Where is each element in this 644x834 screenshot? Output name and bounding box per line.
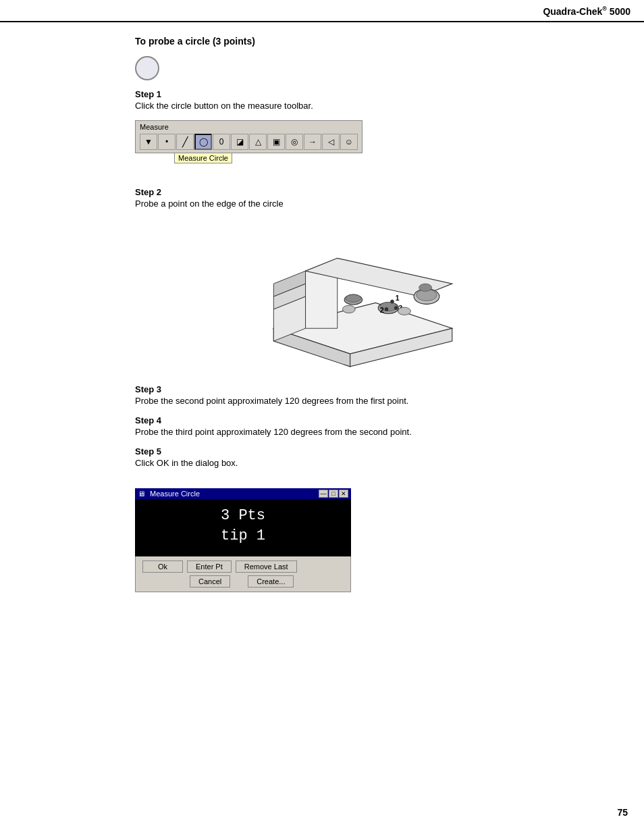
dialog-title: 🖥 Measure Circle [138, 490, 200, 498]
toolbar-btn-pointer[interactable]: ▼ [140, 134, 157, 150]
dialog-display: 3 Pts tip 1 [135, 499, 351, 557]
step-2-text: Probe a point on the edge of the circle [135, 199, 603, 209]
svg-point-14 [385, 307, 389, 311]
svg-point-21 [342, 305, 355, 313]
tooltip-measure-circle: Measure Circle [174, 153, 232, 163]
dialog-cancel-btn[interactable]: Cancel [190, 575, 230, 588]
dialog-minimize-btn[interactable]: — [319, 490, 328, 498]
dialog-create-btn[interactable]: Create... [248, 575, 294, 588]
svg-text:2: 2 [380, 306, 384, 313]
step-4-label: Step 4 [135, 415, 603, 425]
toolbar-btn-triangle[interactable]: △ [249, 134, 267, 150]
svg-point-12 [390, 299, 394, 303]
section-heading: To probe a circle (3 points) [135, 36, 603, 47]
svg-point-9 [346, 294, 361, 302]
probe-illustration: 1 2 3 [135, 222, 603, 371]
circle-icon-container [135, 56, 603, 82]
dialog-btn-row-2: Cancel Create... [142, 575, 344, 588]
circle-tool-icon [135, 56, 159, 80]
step-4-text: Probe the third point approximately 120 … [135, 427, 603, 437]
dialog-restore-btn[interactable]: □ [329, 490, 338, 498]
dialog-enter-pt-btn[interactable]: Enter Pt [187, 561, 232, 573]
toolbar-btn-polygon[interactable]: ◪ [231, 134, 248, 150]
toolbar-btn-rect[interactable]: ▣ [267, 134, 285, 150]
page-header: Quadra-Chek® 5000 [0, 0, 644, 22]
toolbar-title: Measure [138, 122, 359, 132]
dialog-controls: — □ ✕ [319, 490, 348, 498]
step-5-text: Click OK in the dialog box. [135, 458, 603, 468]
page-number: 75 [617, 807, 628, 818]
step-1-text: Click the circle button on the measure t… [135, 101, 603, 111]
toolbar-btn-angle[interactable]: ◁ [322, 134, 340, 150]
toolbar-btn-arc[interactable]: ◎ [286, 134, 303, 150]
dialog-titlebar: 🖥 Measure Circle — □ ✕ [135, 488, 351, 499]
toolbar-btn-circle[interactable]: ◯ Measure Circle [194, 134, 212, 150]
step-3-text: Probe the second point approximately 120… [135, 396, 603, 406]
step-5-label: Step 5 [135, 446, 603, 457]
probe-svg: 1 2 3 [254, 222, 484, 371]
svg-text:1: 1 [396, 294, 400, 301]
registered-mark: ® [602, 5, 607, 12]
measure-toolbar: Measure ▼ • ╱ ◯ Measure Circle 0 ◪ △ ▣ ◎ [135, 120, 363, 153]
header-title: Quadra-Chek® 5000 [543, 5, 630, 17]
dialog-line1: 3 Pts [146, 506, 340, 527]
toolbar-btn-point[interactable]: • [158, 134, 176, 150]
toolbar-buttons-row: ▼ • ╱ ◯ Measure Circle 0 ◪ △ ▣ ◎ → ◁ ☺ [138, 132, 359, 151]
dialog-buttons-area: Ok Enter Pt Remove Last Cancel Create... [135, 556, 351, 592]
dialog-ok-btn[interactable]: Ok [142, 561, 183, 573]
toolbar-btn-line[interactable]: ╱ [176, 134, 194, 150]
dialog-close-btn[interactable]: ✕ [339, 490, 348, 498]
dialog-btn-row-1: Ok Enter Pt Remove Last [142, 561, 344, 573]
toolbar-wrapper: Measure ▼ • ╱ ◯ Measure Circle 0 ◪ △ ▣ ◎ [135, 120, 603, 167]
model-number: 5000 [610, 6, 630, 17]
main-content: To probe a circle (3 points) Step 1 Clic… [0, 22, 644, 620]
dialog-title-text: Measure Circle [150, 490, 200, 498]
dialog-remove-last-btn[interactable]: Remove Last [236, 561, 297, 573]
toolbar-btn-slot[interactable]: 0 [213, 134, 230, 150]
step-3-label: Step 3 [135, 384, 603, 394]
step-2-label: Step 2 [135, 187, 603, 197]
dialog-line2: tip 1 [146, 526, 340, 547]
measure-circle-dialog: 🖥 Measure Circle — □ ✕ 3 Pts tip 1 Ok En… [135, 488, 351, 593]
toolbar-btn-misc[interactable]: ☺ [340, 134, 358, 150]
step-1-label: Step 1 [135, 89, 603, 99]
toolbar-btn-distance[interactable]: → [304, 134, 321, 150]
svg-point-22 [398, 307, 411, 315]
svg-point-16 [394, 306, 398, 310]
svg-point-20 [419, 284, 432, 291]
brand-name: Quadra-Chek [543, 6, 602, 17]
toolbar-container: Measure ▼ • ╱ ◯ Measure Circle 0 ◪ △ ▣ ◎ [135, 120, 363, 153]
